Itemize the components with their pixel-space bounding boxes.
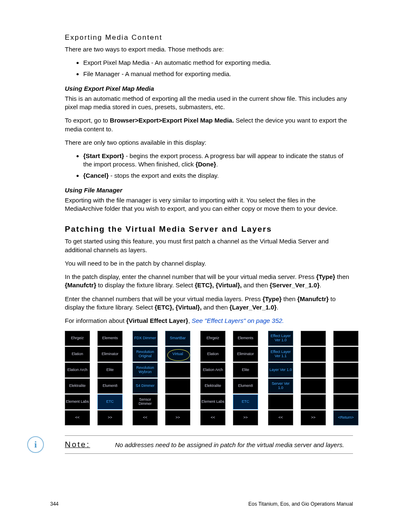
grid-cell[interactable]: Effect Layer Ver 1.1 (268, 347, 293, 362)
grid-cell[interactable] (165, 363, 190, 378)
grid-cell[interactable]: Server Ver 1.0 (268, 379, 293, 394)
grid-cell[interactable]: >> (165, 410, 190, 425)
grid-cell[interactable]: Revolution Wybron (133, 363, 158, 378)
grid-cell[interactable]: Eliminator (233, 347, 258, 362)
grid-cell[interactable] (268, 394, 293, 409)
grid-cell[interactable] (333, 379, 358, 394)
subheading-pixel-map: Using Export Pixel Map Media (65, 85, 353, 92)
grid-cell[interactable]: Element Labs (200, 394, 225, 409)
list-item: Export Pixel Map Media - An automatic me… (83, 59, 353, 67)
grid-cell[interactable]: >> (97, 410, 123, 425)
body-text: To export, go to Browser>Export>Export P… (65, 116, 353, 133)
grid-cell[interactable] (333, 394, 358, 409)
body-text: There are only two options available in … (65, 138, 353, 147)
grid-cell[interactable]: >> (301, 410, 326, 425)
list-item: {Cancel} - stops the export and exits th… (83, 171, 353, 180)
subheading-file-manager: Using File Manager (65, 187, 353, 194)
grid-cell[interactable]: Revolution Original (133, 347, 158, 362)
grid-cell[interactable]: Element Labs (65, 394, 90, 409)
grid-cell[interactable]: << (268, 410, 293, 425)
info-icon: i (27, 436, 44, 453)
note-text: No addresses need to be assigned in patc… (115, 441, 353, 448)
list-item: File Manager - A manual method for expor… (83, 70, 353, 78)
grid-cell[interactable] (333, 347, 358, 362)
grid-cell[interactable]: S4 Dimmer (133, 379, 158, 394)
grid-cell[interactable]: << (133, 410, 158, 425)
grid-cell[interactable]: Elation Arch (65, 363, 90, 378)
body-text: Enter the channel numbers that will be y… (65, 295, 353, 312)
body-text: To get started using this feature, you m… (65, 237, 353, 254)
grid-cell[interactable]: Elation (65, 347, 90, 362)
grid-cell[interactable]: Elektralite (200, 379, 225, 394)
grid-cell[interactable]: FDX Dimmer (133, 331, 158, 346)
grid-cell[interactable]: Elumen8 (97, 379, 123, 394)
grid-cell[interactable]: Sensor Dimmer (133, 394, 158, 409)
grid-cell[interactable]: Layer Ver 1.0 (268, 363, 293, 378)
body-text: This is an automatic method of exporting… (65, 95, 353, 112)
grid-cell[interactable]: Elite (233, 363, 258, 378)
heading-exporting: Exporting Media Content (65, 33, 353, 42)
grid-cell[interactable]: Elements (233, 331, 258, 346)
grid-cell[interactable]: Elektralite (65, 379, 90, 394)
note-label: Note: (65, 440, 115, 449)
grid-cell[interactable]: ETC (233, 394, 258, 409)
grid-cell[interactable]: << (65, 410, 90, 425)
fixture-grid-left: EhrgeizElationElation ArchElektraliteEle… (65, 331, 123, 425)
footer-title: Eos Titanium, Eos, and Gio Operations Ma… (248, 501, 353, 507)
grid-cell[interactable]: Virtual (165, 347, 190, 362)
grid-cell[interactable] (301, 394, 326, 409)
body-text: Exporting with the file manager is very … (65, 196, 353, 213)
grid-cell[interactable] (301, 379, 326, 394)
body-text: For information about {Virtual Effect La… (65, 317, 353, 325)
grid-cell[interactable]: Elite (97, 363, 123, 378)
grid-cell[interactable]: Elation (200, 347, 225, 362)
list-item: {Start Export} - begins the export proce… (83, 152, 353, 169)
body-text: You will need to be in the patch by chan… (65, 259, 353, 268)
grid-cell[interactable]: Elumen8 (233, 379, 258, 394)
grid-cell[interactable] (301, 331, 326, 346)
body-text: In the patch display, enter the channel … (65, 273, 353, 290)
grid-cell[interactable] (301, 347, 326, 362)
grid-cell[interactable]: << (200, 410, 225, 425)
grid-cell[interactable] (333, 331, 358, 346)
grid-cell[interactable] (301, 363, 326, 378)
grid-cell[interactable] (333, 363, 358, 378)
grid-cell[interactable]: ETC (97, 394, 123, 409)
link-effect-layers[interactable]: See "Effect Layers" on page 352. (192, 317, 284, 324)
grid-cell[interactable]: Elements (97, 331, 123, 346)
grid-cell[interactable]: Elation Arch (200, 363, 225, 378)
grid-cell[interactable] (165, 379, 190, 394)
grid-cell[interactable]: Ehrgeiz (65, 331, 90, 346)
grid-cell[interactable]: Effect Layer Ver 1.0 (268, 331, 293, 346)
grid-cell[interactable]: <Return> (333, 410, 358, 425)
fixture-grid-right: EhrgeizElationElation ArchElektraliteEle… (200, 331, 258, 425)
grid-cell[interactable] (165, 394, 190, 409)
grid-cell[interactable]: Ehrgeiz (200, 331, 225, 346)
page-number: 344 (50, 501, 59, 507)
heading-patching: Patching the Virtual Media Server and La… (65, 225, 353, 234)
grid-cell[interactable]: >> (233, 410, 258, 425)
grid-cell[interactable]: SmartBar (165, 331, 190, 346)
grid-cell[interactable]: Eliminator (97, 347, 123, 362)
intro-text: There are two ways to export media. Thos… (65, 45, 353, 54)
